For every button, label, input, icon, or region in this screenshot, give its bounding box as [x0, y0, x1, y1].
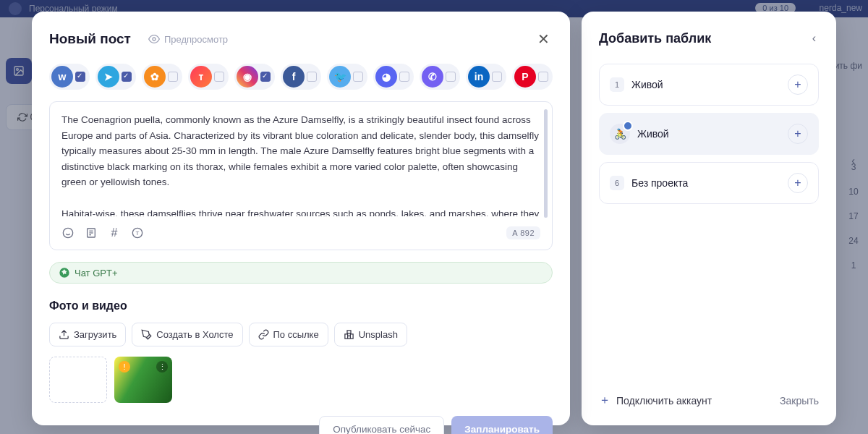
- unsplash-icon: [344, 329, 354, 340]
- preview-button[interactable]: Предпросмотр: [148, 33, 228, 45]
- upload-button[interactable]: Загрузить: [49, 323, 126, 346]
- modal-header: Новый пост Предпросмотр ✕: [49, 29, 553, 49]
- vk-badge-icon: [623, 121, 633, 131]
- new-post-modal: Новый пост Предпросмотр ✕ w➤✿т◉f🐦◕✆inP T…: [32, 12, 570, 425]
- instagram-checkbox[interactable]: [260, 72, 271, 82]
- public-name-label: Без проекта: [631, 177, 688, 189]
- sidebar-title: Добавить паблик: [599, 31, 711, 46]
- pinterest-icon: P: [514, 66, 536, 88]
- canvas-label: Создать в Холсте: [156, 329, 233, 340]
- add-public-panel: Добавить паблик ‹ 1Живой+🚴Живой+6Без про…: [582, 12, 836, 425]
- upload-label: Загрузить: [74, 329, 116, 340]
- svg-point-3: [63, 228, 72, 237]
- back-button[interactable]: ‹: [809, 29, 819, 48]
- social-pinterest[interactable]: P: [512, 64, 553, 90]
- social-networks-row: w➤✿т◉f🐦◕✆inP: [49, 64, 553, 90]
- linkedin-checkbox[interactable]: [492, 72, 502, 82]
- post-editor: The Coenagrion puella, commonly known as…: [49, 101, 553, 250]
- eye-icon: [148, 33, 160, 45]
- pinterest-checkbox[interactable]: [538, 72, 548, 82]
- viber-icon: ✆: [422, 66, 443, 88]
- svg-text:T: T: [136, 230, 140, 237]
- add-public-button[interactable]: +: [788, 75, 808, 95]
- sidebar-header: Добавить паблик ‹: [599, 29, 819, 48]
- vk-checkbox[interactable]: [75, 72, 85, 82]
- public-item[interactable]: 6Без проекта+: [599, 162, 819, 204]
- facebook-checkbox[interactable]: [307, 72, 317, 82]
- emoji-icon[interactable]: [61, 226, 75, 239]
- publics-list: 1Живой+🚴Живой+6Без проекта+: [599, 64, 819, 211]
- text-format-icon[interactable]: T: [131, 226, 144, 239]
- public-count-badge: 1: [610, 77, 624, 92]
- close-sidebar-button[interactable]: Закрыть: [780, 395, 819, 407]
- public-count-badge: 6: [610, 176, 624, 190]
- social-linkedin[interactable]: in: [466, 64, 506, 90]
- editor-toolbar: # T A 892: [61, 225, 540, 239]
- post-text-input[interactable]: The Coenagrion puella, commonly known as…: [61, 112, 540, 216]
- chatgpt-button[interactable]: Чат GPT+: [49, 262, 553, 284]
- ok-icon: ✿: [144, 66, 166, 88]
- social-discord[interactable]: ◕: [373, 64, 414, 90]
- media-thumbnail[interactable]: ! ⋮: [114, 357, 172, 403]
- add-public-button[interactable]: +: [788, 124, 808, 144]
- schedule-button[interactable]: Запланировать: [451, 416, 553, 434]
- linkedin-icon: in: [468, 66, 490, 88]
- upload-icon: [59, 329, 69, 340]
- public-item[interactable]: 🚴Живой+: [599, 113, 819, 155]
- modal-title: Новый пост: [49, 31, 131, 47]
- social-tenchat[interactable]: т: [188, 64, 229, 90]
- media-actions: Загрузить Создать в Холсте По ссылке Uns…: [49, 323, 553, 346]
- publish-now-button[interactable]: Опубликовать сейчас: [319, 416, 444, 434]
- thumbnail-menu-icon[interactable]: ⋮: [156, 361, 168, 373]
- link-icon: [258, 329, 269, 340]
- public-name-label: Живой: [637, 128, 669, 140]
- public-name-label: Живой: [631, 79, 663, 90]
- link-label: По ссылке: [273, 329, 319, 340]
- sidebar-footer: ＋ Подключить аккаунт Закрыть: [599, 393, 819, 408]
- unsplash-button[interactable]: Unsplash: [334, 323, 407, 346]
- media-section-title: Фото и видео: [49, 299, 553, 312]
- discord-checkbox[interactable]: [399, 72, 409, 82]
- char-counter: A 892: [506, 226, 540, 239]
- social-viber[interactable]: ✆: [420, 64, 460, 90]
- instagram-icon: ◉: [237, 66, 258, 88]
- svg-point-2: [153, 38, 156, 41]
- unsplash-label: Unsplash: [359, 329, 398, 340]
- gpt-icon: [59, 267, 70, 278]
- ok-checkbox[interactable]: [168, 72, 178, 82]
- connect-account-button[interactable]: ＋ Подключить аккаунт: [599, 393, 712, 408]
- media-thumbnails: ! ⋮: [49, 357, 553, 403]
- gpt-label: Чат GPT+: [75, 268, 118, 278]
- vk-icon: w: [51, 66, 73, 88]
- link-button[interactable]: По ссылке: [249, 323, 328, 346]
- modal-footer: Опубликовать сейчас Запланировать: [49, 403, 553, 434]
- preview-label: Предпросмотр: [164, 34, 228, 45]
- modal-container: Новый пост Предпросмотр ✕ w➤✿т◉f🐦◕✆inP T…: [32, 12, 836, 425]
- social-vk[interactable]: w: [49, 64, 90, 90]
- social-telegram[interactable]: ➤: [95, 64, 136, 90]
- editor-scrollbar[interactable]: [544, 109, 548, 218]
- close-modal-button[interactable]: ✕: [535, 29, 553, 49]
- social-twitter[interactable]: 🐦: [327, 64, 367, 90]
- tenchat-checkbox[interactable]: [214, 72, 224, 82]
- connect-label: Подключить аккаунт: [616, 395, 712, 407]
- add-public-button[interactable]: +: [788, 173, 808, 193]
- add-media-slot[interactable]: [49, 357, 107, 403]
- social-instagram[interactable]: ◉: [234, 64, 275, 90]
- tenchat-icon: т: [190, 66, 212, 88]
- facebook-icon: f: [283, 66, 305, 88]
- plus-icon: ＋: [599, 393, 610, 408]
- discord-icon: ◕: [375, 66, 397, 88]
- social-facebook[interactable]: f: [281, 64, 321, 90]
- canvas-button[interactable]: Создать в Холсте: [132, 323, 242, 346]
- telegram-icon: ➤: [98, 66, 119, 88]
- telegram-checkbox[interactable]: [122, 72, 132, 82]
- template-icon[interactable]: [85, 226, 98, 239]
- warning-icon: !: [119, 361, 130, 373]
- public-item[interactable]: 1Живой+: [599, 64, 819, 106]
- public-avatar-icon: 🚴: [610, 124, 630, 144]
- social-ok[interactable]: ✿: [142, 64, 182, 90]
- viber-checkbox[interactable]: [446, 72, 456, 82]
- twitter-checkbox[interactable]: [353, 72, 363, 82]
- hashtag-icon[interactable]: #: [108, 226, 121, 239]
